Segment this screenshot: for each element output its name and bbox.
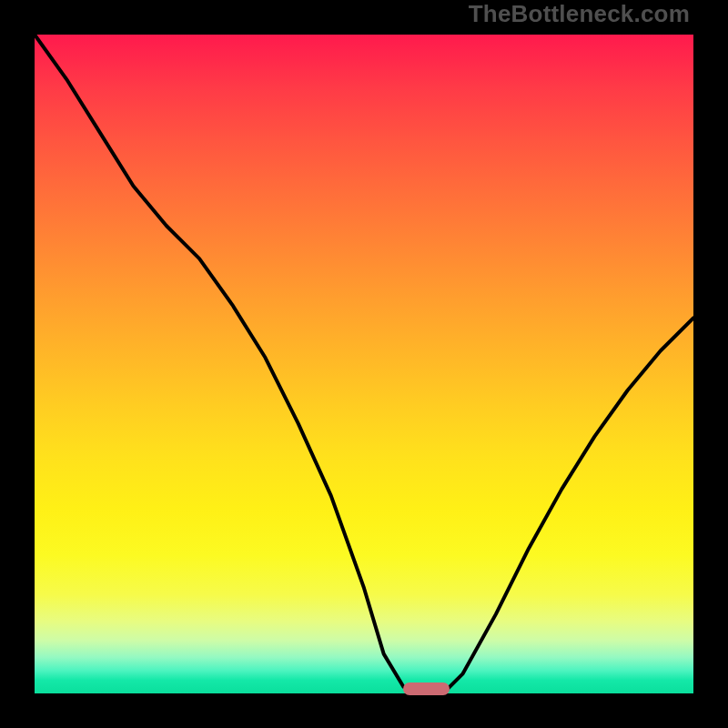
optimum-marker — [403, 682, 450, 695]
curve-path — [35, 35, 693, 693]
plot-area — [35, 35, 693, 693]
bottleneck-curve — [35, 35, 693, 693]
chart-container: TheBottleneck.com — [0, 0, 728, 728]
watermark-text: TheBottleneck.com — [469, 0, 690, 28]
